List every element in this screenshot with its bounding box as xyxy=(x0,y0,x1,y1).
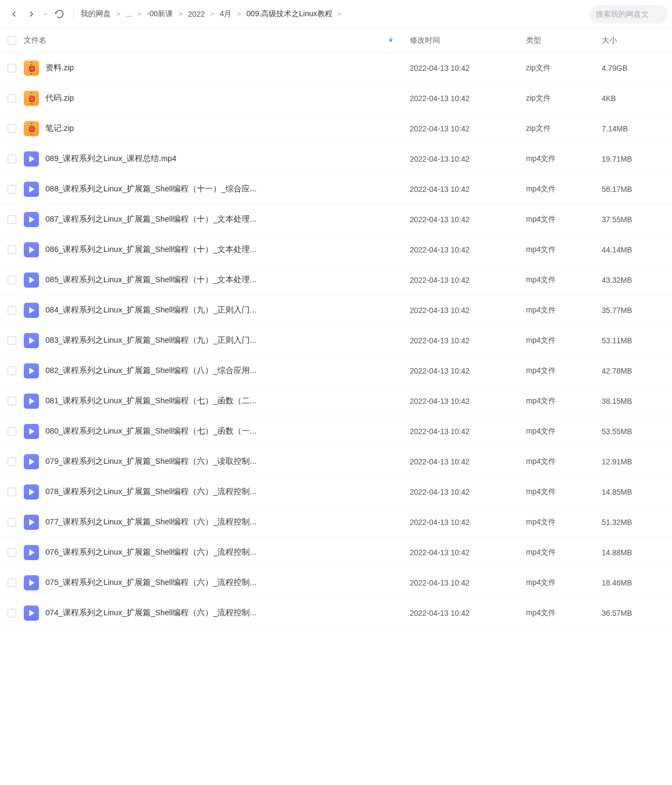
breadcrumb-item[interactable]: -00新课 xyxy=(146,8,174,20)
select-all-checkbox[interactable] xyxy=(8,36,16,45)
column-header-mtime[interactable]: 修改时间 xyxy=(410,36,526,45)
cell-name[interactable]: 083_课程系列之Linux_扩展篇_Shell编程（九）_正则入门... xyxy=(24,332,410,349)
file-row[interactable]: 081_课程系列之Linux_扩展篇_Shell编程（七）_函数（二...202… xyxy=(0,386,672,416)
cell-name[interactable]: 081_课程系列之Linux_扩展篇_Shell编程（七）_函数（二... xyxy=(24,393,410,409)
row-checkbox[interactable] xyxy=(8,488,16,496)
breadcrumb-item[interactable]: 4月 xyxy=(218,8,232,20)
breadcrumb-separator-icon: > xyxy=(133,10,146,18)
file-row[interactable]: 080_课程系列之Linux_扩展篇_Shell编程（七）_函数（一...202… xyxy=(0,416,672,447)
video-file-icon xyxy=(24,515,39,530)
video-file-icon xyxy=(24,182,39,197)
cell-size: 18.46MB xyxy=(602,578,672,587)
file-row[interactable]: 078_课程系列之Linux_扩展篇_Shell编程（六）_流程控制...202… xyxy=(0,477,672,507)
cell-name[interactable]: 076_课程系列之Linux_扩展篇_Shell编程（六）_流程控制... xyxy=(24,544,410,561)
file-row[interactable]: 资料.zip2022-04-13 10:42zip文件4.79GB xyxy=(0,53,672,83)
video-file-icon xyxy=(24,212,39,227)
row-checkbox[interactable] xyxy=(8,94,16,103)
nav-back-button[interactable] xyxy=(6,6,22,22)
row-checkbox[interactable] xyxy=(8,124,16,133)
file-row[interactable]: 076_课程系列之Linux_扩展篇_Shell编程（六）_流程控制...202… xyxy=(0,537,672,568)
breadcrumb-item[interactable]: ... xyxy=(125,9,134,19)
row-checkbox[interactable] xyxy=(8,609,16,617)
row-checkbox[interactable] xyxy=(8,276,16,284)
breadcrumb-separator-icon: > xyxy=(334,10,347,18)
column-header-type[interactable]: 类型 xyxy=(526,36,602,45)
file-row[interactable]: 079_课程系列之Linux_扩展篇_Shell编程（六）_读取控制...202… xyxy=(0,447,672,477)
row-checkbox[interactable] xyxy=(8,548,16,557)
video-file-icon xyxy=(24,484,39,500)
row-checkbox[interactable] xyxy=(8,427,16,436)
cell-name[interactable]: 078_课程系列之Linux_扩展篇_Shell编程（六）_流程控制... xyxy=(24,484,410,500)
cell-type: mp4文件 xyxy=(526,427,602,436)
file-row[interactable]: 084_课程系列之Linux_扩展篇_Shell编程（九）_正则入门...202… xyxy=(0,295,672,325)
cell-name[interactable]: 077_课程系列之Linux_扩展篇_Shell编程（六）_流程控制... xyxy=(24,514,410,530)
cell-size: 44.14MB xyxy=(602,245,672,254)
cell-size: 51.32MB xyxy=(602,518,672,527)
row-checkbox[interactable] xyxy=(8,245,16,254)
row-checkbox[interactable] xyxy=(8,185,16,194)
file-row[interactable]: 082_课程系列之Linux_扩展篇_Shell编程（八）_综合应用...202… xyxy=(0,356,672,386)
column-header-mtime-label: 修改时间 xyxy=(410,36,440,44)
nav-history-dropdown[interactable] xyxy=(41,6,50,22)
cell-type: mp4文件 xyxy=(526,396,602,406)
file-row[interactable]: 077_课程系列之Linux_扩展篇_Shell编程（六）_流程控制...202… xyxy=(0,507,672,537)
file-row[interactable]: 087_课程系列之Linux_扩展篇_Shell编程（十）_文本处理...202… xyxy=(0,204,672,235)
file-name: 081_课程系列之Linux_扩展篇_Shell编程（七）_函数（二... xyxy=(45,396,256,406)
row-checkbox[interactable] xyxy=(8,518,16,527)
file-row[interactable]: 笔记.zip2022-04-13 10:42zip文件7.14MB xyxy=(0,114,672,144)
cell-name[interactable]: 资料.zip xyxy=(24,60,410,76)
file-row[interactable]: 075_课程系列之Linux_扩展篇_Shell编程（六）_流程控制...202… xyxy=(0,568,672,598)
file-name: 089_课程系列之Linux_课程总结.mp4 xyxy=(45,154,176,164)
cell-name[interactable]: 086_课程系列之Linux_扩展篇_Shell编程（十）_文本处理... xyxy=(24,242,410,258)
file-row[interactable]: 085_课程系列之Linux_扩展篇_Shell编程（十）_文本处理...202… xyxy=(0,265,672,295)
cell-name[interactable]: 笔记.zip xyxy=(24,121,410,137)
nav-forward-button[interactable] xyxy=(24,6,39,22)
zip-file-icon xyxy=(24,61,39,76)
cell-name[interactable]: 080_课程系列之Linux_扩展篇_Shell编程（七）_函数（一... xyxy=(24,423,410,440)
row-checkbox[interactable] xyxy=(8,367,16,375)
cell-type: mp4文件 xyxy=(526,608,602,618)
column-header-size-label: 大小 xyxy=(602,36,617,44)
cell-type: mp4文件 xyxy=(526,457,602,467)
cell-type: zip文件 xyxy=(526,63,602,73)
search-input[interactable] xyxy=(596,10,661,18)
row-checkbox[interactable] xyxy=(8,155,16,163)
cell-name[interactable]: 079_课程系列之Linux_扩展篇_Shell编程（六）_读取控制... xyxy=(24,454,410,470)
cell-name[interactable]: 089_课程系列之Linux_课程总结.mp4 xyxy=(24,151,410,167)
breadcrumb-item[interactable]: 我的网盘 xyxy=(79,8,112,20)
column-header-name[interactable]: 文件名 xyxy=(24,36,410,45)
row-checkbox[interactable] xyxy=(8,578,16,587)
breadcrumb-item[interactable]: 2022 xyxy=(187,9,206,19)
file-row[interactable]: 074_课程系列之Linux_扩展篇_Shell编程（六）_流程控制...202… xyxy=(0,598,672,628)
cell-name[interactable]: 084_课程系列之Linux_扩展篇_Shell编程（九）_正则入门... xyxy=(24,302,410,318)
cell-name[interactable]: 085_课程系列之Linux_扩展篇_Shell编程（十）_文本处理... xyxy=(24,272,410,288)
cell-size: 53.11MB xyxy=(602,336,672,345)
row-checkbox[interactable] xyxy=(8,397,16,405)
cell-type: mp4文件 xyxy=(526,487,602,497)
nav-refresh-button[interactable] xyxy=(52,6,67,22)
file-row[interactable]: 089_课程系列之Linux_课程总结.mp42022-04-13 10:42m… xyxy=(0,144,672,174)
row-checkbox[interactable] xyxy=(8,336,16,345)
cell-type: mp4文件 xyxy=(526,215,602,224)
list-header: 文件名 修改时间 类型 大小 xyxy=(0,28,672,53)
search-box[interactable] xyxy=(589,5,668,23)
cell-name[interactable]: 087_课程系列之Linux_扩展篇_Shell编程（十）_文本处理... xyxy=(24,211,410,228)
column-header-size[interactable]: 大小 xyxy=(602,36,672,45)
row-checkbox[interactable] xyxy=(8,64,16,72)
file-row[interactable]: 代码.zip2022-04-13 10:42zip文件4KB xyxy=(0,83,672,114)
file-row[interactable]: 086_课程系列之Linux_扩展篇_Shell编程（十）_文本处理...202… xyxy=(0,235,672,265)
row-checkbox[interactable] xyxy=(8,215,16,224)
cell-name[interactable]: 082_课程系列之Linux_扩展篇_Shell编程（八）_综合应用... xyxy=(24,363,410,379)
cell-name[interactable]: 075_课程系列之Linux_扩展篇_Shell编程（六）_流程控制... xyxy=(24,575,410,591)
file-row[interactable]: 083_课程系列之Linux_扩展篇_Shell编程（九）_正则入门...202… xyxy=(0,325,672,356)
cell-size: 42.78MB xyxy=(602,367,672,375)
cell-size: 7.14MB xyxy=(602,124,672,133)
breadcrumb-item[interactable]: 009.高级技术之Linux教程 xyxy=(245,8,334,20)
row-checkbox[interactable] xyxy=(8,457,16,466)
cell-name[interactable]: 代码.zip xyxy=(24,90,410,107)
row-checkbox[interactable] xyxy=(8,306,16,315)
cell-name[interactable]: 088_课程系列之Linux_扩展篇_Shell编程（十一）_综合应... xyxy=(24,181,410,197)
cell-size: 4.79GB xyxy=(602,64,672,72)
cell-name[interactable]: 074_课程系列之Linux_扩展篇_Shell编程（六）_流程控制... xyxy=(24,605,410,621)
file-row[interactable]: 088_课程系列之Linux_扩展篇_Shell编程（十一）_综合应...202… xyxy=(0,174,672,204)
